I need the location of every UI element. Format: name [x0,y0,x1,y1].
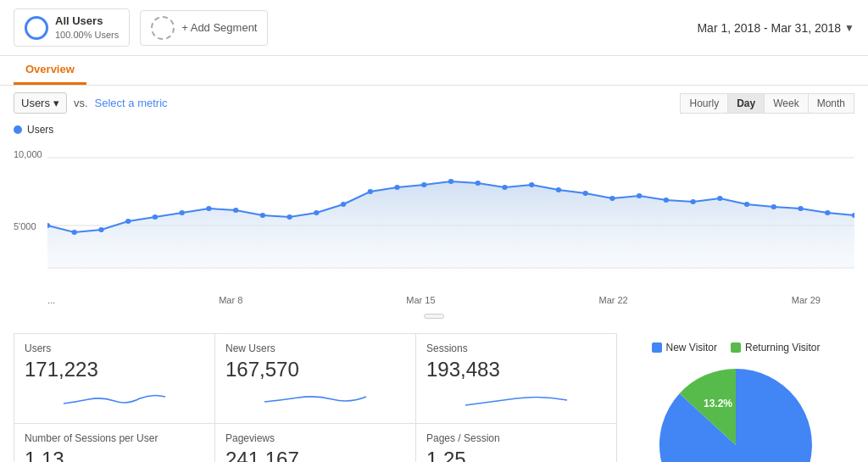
svg-point-14 [341,202,346,207]
pie-chart: 86.8% 13.2% [651,360,821,462]
stat-users-value: 171,223 [25,358,204,381]
stat-sessions-value: 193,483 [426,358,606,381]
svg-point-27 [690,199,695,204]
svg-point-7 [153,214,158,220]
y-label-5000: 5'000 [14,221,36,231]
legend-returning-visitor: Returning Visitor [731,342,821,353]
x-label-0: ... [47,295,55,305]
svg-point-12 [287,214,292,220]
svg-point-4 [72,230,77,235]
main-chart: 10,000 5'000 [14,141,854,293]
stat-new-users: New Users 167,570 [214,333,415,424]
time-btn-day[interactable]: Day [727,93,764,114]
x-label-mar22: Mar 22 [599,295,628,305]
select-metric-link[interactable]: Select a metric [95,97,168,109]
segment-title: All Users [55,14,119,29]
date-range-text: Mar 1, 2018 - Mar 31, 2018 [697,21,841,35]
stat-users-label: Users [25,342,204,354]
svg-point-30 [771,204,776,209]
controls-row: Users ▾ vs. Select a metric Hourly Day W… [0,86,868,120]
svg-point-24 [609,196,615,201]
svg-point-31 [798,206,803,211]
svg-point-32 [825,210,830,215]
chart-resize-handle[interactable] [14,309,854,321]
users-legend-dot [14,125,22,134]
stats-cards: Users 171,223 New Users 167,570 Sessions… [14,333,617,462]
metric-label: Users [21,97,50,109]
legend-new-visitor: New Visitor [652,342,717,353]
segment-sub: 100.00% Users [55,29,119,41]
users-legend-label: Users [27,124,53,136]
stat-pages-per-session-label: Pages / Session [426,432,606,444]
x-label-mar15: Mar 15 [406,295,435,305]
svg-point-6 [125,219,131,224]
stat-pages-per-session-value: 1.25 [426,448,606,462]
all-users-icon [25,16,48,40]
stat-users: Users 171,223 [14,333,214,424]
stat-new-users-label: New Users [225,342,405,354]
stats-row-1: Users 171,223 New Users 167,570 Sessions… [14,333,617,424]
stat-pages-per-session: Pages / Session 1.25 [415,424,617,462]
tab-overview[interactable]: Overview [14,56,86,85]
svg-point-26 [664,198,669,203]
svg-point-23 [582,191,587,196]
stat-users-sparkline [25,387,204,412]
stat-sessions-label: Sessions [426,342,606,354]
new-visitor-dot [652,342,662,353]
pie-legend: New Visitor Returning Visitor [652,342,821,353]
returning-visitor-dot [731,342,741,353]
svg-text:13.2%: 13.2% [704,398,732,409]
svg-point-22 [556,187,561,192]
stat-sessions-per-user-label: Number of Sessions per User [25,432,204,444]
add-segment-icon [151,16,175,40]
stat-pageviews-label: Pageviews [225,432,405,444]
stat-new-users-value: 167,570 [225,358,405,381]
chart-legend: Users [14,120,854,137]
time-buttons-group: Hourly Day Week Month [680,93,854,114]
svg-point-18 [448,179,453,184]
svg-point-16 [394,185,399,190]
x-axis: ... Mar 8 Mar 15 Mar 22 Mar 29 [14,293,854,305]
svg-point-8 [179,210,184,215]
stat-sessions-sparkline [426,387,606,412]
stat-new-users-sparkline [225,387,405,412]
add-segment-label: + Add Segment [181,21,257,34]
new-visitor-label: New Visitor [666,342,717,353]
vs-label: vs. [74,97,88,109]
stat-pageviews: Pageviews 241,167 [214,424,415,462]
stat-pageviews-value: 241,167 [225,448,405,462]
chart-svg-container[interactable] [47,141,854,276]
svg-point-17 [421,182,426,187]
stat-sessions: Sessions 193,483 [415,333,617,424]
date-range-dropdown-icon: ▼ [844,22,854,34]
x-label-mar8: Mar 8 [219,295,242,305]
metric-dropdown-arrow: ▾ [53,97,59,109]
metric-dropdown[interactable]: Users ▾ [14,92,67,114]
chart-area: Users 10,000 5'000 [0,120,868,321]
svg-point-20 [502,185,507,190]
svg-point-19 [476,181,481,186]
returning-visitor-label: Returning Visitor [745,342,821,353]
time-btn-week[interactable]: Week [764,93,807,114]
svg-point-28 [717,196,722,201]
svg-point-11 [260,213,265,218]
stat-sessions-per-user-value: 1.13 [25,448,204,462]
time-btn-hourly[interactable]: Hourly [680,93,727,114]
svg-point-21 [529,182,534,187]
date-range[interactable]: Mar 1, 2018 - Mar 31, 2018 ▼ [697,21,854,35]
pie-section: New Visitor Returning Visitor [617,333,854,462]
add-segment-button[interactable]: + Add Segment [140,10,268,46]
segment-all-users[interactable]: All Users 100.00% Users [14,8,130,47]
y-label-10000: 10,000 [14,149,42,159]
svg-point-29 [744,202,749,207]
svg-point-13 [314,210,319,215]
time-btn-month[interactable]: Month [808,93,854,114]
tabs-bar: Overview [0,56,868,86]
svg-point-25 [637,193,642,198]
svg-point-5 [98,227,103,232]
stat-sessions-per-user: Number of Sessions per User 1.13 [14,424,214,462]
svg-point-15 [368,189,373,194]
x-label-mar29: Mar 29 [792,295,821,305]
svg-point-9 [206,206,211,211]
stats-section: Users 171,223 New Users 167,570 Sessions… [0,325,868,462]
